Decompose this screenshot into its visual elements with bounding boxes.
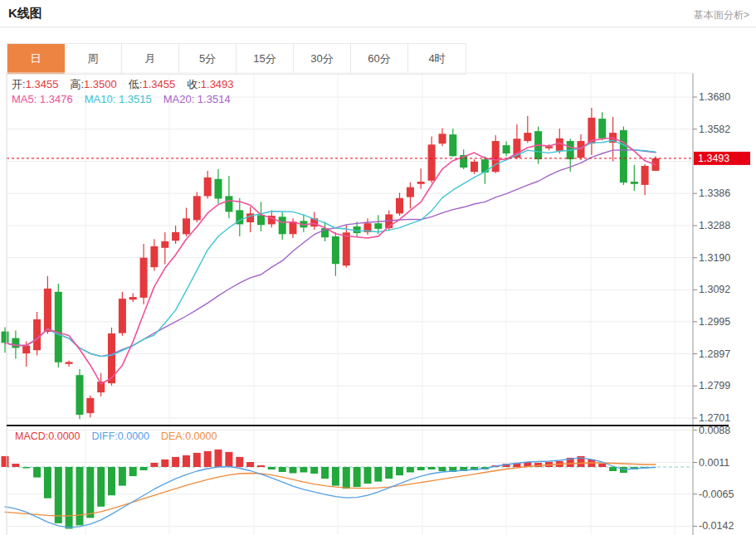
macd-bar [204, 451, 212, 467]
ma10-value: MA10: 1.3515 [85, 93, 152, 105]
macd-bar [609, 467, 617, 471]
ma20-value: MA20: 1.3514 [163, 93, 231, 105]
high-value: 1.3500 [84, 78, 117, 90]
macd-info-bar: MACD:0.0000DIFF:0.0000DEA:0.0000 [15, 430, 217, 442]
macd-bar [428, 467, 436, 469]
candle-body [279, 216, 286, 234]
candle-body [215, 179, 222, 199]
macd-axis-label: 0.0011 [699, 457, 729, 469]
price-axis-label: 1.2995 [699, 316, 730, 328]
macd-bar [2, 456, 9, 467]
macd-bar [385, 467, 393, 479]
macd-bar [279, 467, 286, 472]
candle-body [119, 299, 126, 333]
macd-bar [108, 467, 115, 495]
macd-bar [97, 467, 105, 507]
candle-body [492, 141, 500, 172]
candle-body [396, 198, 403, 214]
candle-body [407, 187, 414, 197]
candle-body [449, 134, 456, 156]
macd-panel [2, 450, 694, 529]
macd-bar [119, 467, 126, 486]
price-axis-label: 1.3582 [699, 124, 730, 135]
candle-body [631, 182, 638, 184]
macd-value: MACD:0.0000 [15, 430, 80, 442]
candle-body [172, 232, 179, 241]
price-axis-label: 1.2799 [699, 380, 730, 392]
macd-bar [598, 464, 606, 467]
candle-body [193, 196, 201, 220]
price-axis-label: 1.2701 [699, 412, 730, 424]
candle-body [129, 297, 137, 299]
candle-body [439, 134, 446, 143]
macd-bar [300, 467, 307, 473]
ma20-line [5, 150, 656, 357]
macd-bar [396, 467, 403, 475]
ohlc-info-bar: 开:1.3455高:1.3500低:1.3455收:1.3493 [12, 77, 234, 92]
candle-body [598, 119, 606, 139]
macd-bar [33, 467, 41, 478]
panel-separator [7, 425, 729, 426]
macd-bar [246, 462, 254, 467]
candle-body [150, 246, 158, 267]
ma-lines [5, 138, 656, 384]
low-value: 1.3455 [142, 78, 175, 90]
price-axis-label: 1.3386 [699, 187, 730, 199]
macd-bar [86, 467, 94, 518]
candle-body [55, 292, 62, 362]
price-axis-label: 1.2897 [699, 348, 730, 360]
macd-bar [183, 455, 190, 467]
macd-bar [12, 464, 19, 467]
macd-bar [290, 467, 297, 474]
candle-body [33, 319, 41, 350]
candle-body [66, 362, 73, 363]
macd-bar [332, 467, 339, 486]
macd-bar [236, 457, 243, 467]
candle-body [428, 144, 436, 181]
candle-body [641, 166, 649, 185]
candlestick-series [2, 108, 660, 419]
candle-body [2, 332, 9, 343]
candle-body [332, 236, 339, 264]
candle-body [374, 223, 382, 229]
price-axis-label: 1.3288 [699, 220, 730, 231]
open-value: 1.3455 [26, 78, 59, 90]
macd-bar [257, 465, 265, 467]
candle-body [290, 221, 297, 234]
macd-bar [343, 467, 350, 489]
macd-bar [140, 467, 148, 470]
macd-axis-label: -0.0142 [699, 520, 734, 532]
macd-bar [76, 467, 84, 525]
close-label: 收: [187, 78, 201, 90]
ma-info-bar: MA5: 1.3476MA10: 1.3515MA20: 1.3514 [12, 93, 231, 105]
current-price-badge-label: 1.3493 [698, 153, 729, 164]
candle-body [257, 215, 265, 225]
candle-body [225, 196, 232, 212]
macd-bar [354, 467, 361, 487]
ma5-value: MA5: 1.3476 [12, 93, 73, 105]
candle-body [183, 218, 190, 234]
macd-bar [55, 467, 62, 523]
price-axis-label: 1.3092 [699, 284, 730, 295]
candle-body [343, 232, 350, 265]
macd-bar [310, 467, 318, 474]
candle-body [86, 398, 94, 413]
ma5-line [5, 138, 656, 384]
price-axis-label: 1.3190 [699, 252, 730, 264]
macd-bar [172, 457, 179, 467]
macd-bar [321, 467, 329, 479]
candle-body [620, 130, 627, 182]
candle-body [76, 375, 84, 415]
macd-bar [22, 467, 30, 469]
macd-bar [66, 467, 73, 529]
macd-bar [150, 463, 158, 467]
candle-body [524, 133, 531, 141]
price-axis: 1.34931.36801.35821.33861.32881.31901.30… [7, 73, 750, 535]
macd-bar [161, 460, 168, 467]
macd-bar [215, 450, 222, 467]
diff-value: DIFF:0.0000 [92, 430, 149, 442]
candle-body [246, 213, 254, 222]
macd-bar [268, 467, 276, 469]
open-label: 开: [12, 78, 26, 90]
macd-axis-label: -0.0065 [699, 489, 734, 500]
